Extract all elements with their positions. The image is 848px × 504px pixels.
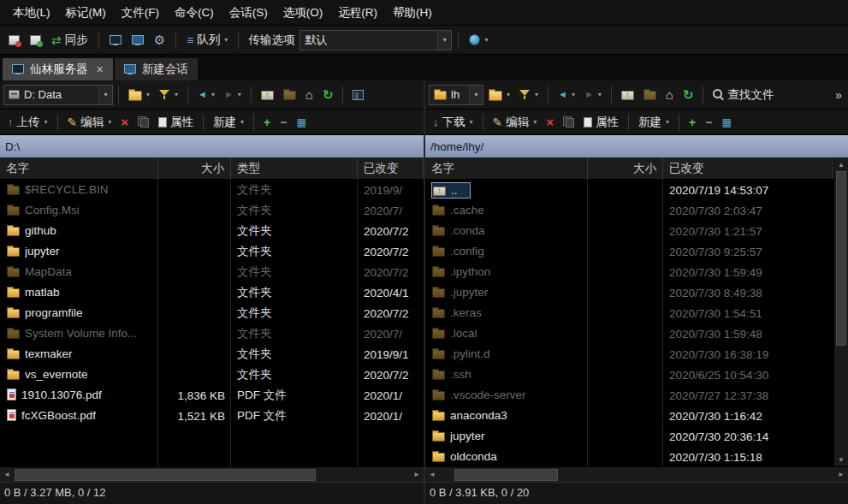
scroll-right-arrow[interactable]: ► (834, 467, 848, 483)
properties-button[interactable]: 属性 (579, 111, 623, 133)
duplicate-button[interactable] (133, 111, 153, 133)
file-row[interactable]: texmaker文件夹2019/9/1 (0, 344, 424, 365)
delete-button[interactable]: × (116, 111, 133, 133)
tab-new-session[interactable]: 新建会话 (115, 58, 198, 80)
file-row[interactable]: System Volume Info...文件夹2020/7/ (0, 323, 424, 344)
select-remove-button[interactable]: − (276, 111, 291, 133)
menu-file[interactable]: 文件(F) (114, 0, 167, 25)
transfer-preset-combobox[interactable]: 默认 ▾ (299, 30, 452, 50)
menu-help[interactable]: 帮助(H) (385, 0, 440, 25)
scroll-up-arrow[interactable]: ▲ (834, 157, 848, 171)
file-row[interactable]: .conda2020/7/30 1:21:57 (425, 221, 833, 241)
file-row[interactable]: 1910.13076.pdf1,836 KBPDF 文件2020/1/ (0, 385, 424, 406)
scrollbar-thumb[interactable] (836, 171, 846, 346)
parent-directory-button[interactable] (257, 84, 278, 106)
scrollbar-thumb[interactable] (454, 469, 557, 481)
scrollbar-track[interactable] (14, 467, 410, 483)
column-header-modified[interactable]: 已改变 (663, 157, 833, 179)
scrollbar-track[interactable] (439, 467, 834, 483)
transfer-settings-button[interactable]: ▾ (465, 29, 492, 51)
remote-horizontal-scrollbar[interactable]: ◄ ► (425, 466, 848, 482)
new-button[interactable]: 新建 ▾ (209, 111, 248, 133)
file-row[interactable]: .config2020/7/30 9:25:57 (425, 241, 833, 262)
root-directory-button[interactable] (279, 84, 300, 106)
queue-button[interactable]: ≡ 队列 ▾ (182, 29, 232, 51)
tab-session-xianlin[interactable]: 仙林服务器 × (3, 58, 113, 80)
forward-button[interactable]: ►▾ (220, 84, 246, 106)
find-files-button[interactable]: 查找文件 (709, 84, 778, 106)
file-row[interactable]: jupyter2020/7/30 20:36:14 (425, 426, 833, 447)
new-button[interactable]: 新建 ▾ (634, 111, 673, 133)
parent-directory-button[interactable] (617, 84, 638, 106)
file-row[interactable]: MapData文件夹2020/7/2 (0, 262, 424, 282)
preferences-button[interactable]: ⚙ (150, 29, 169, 51)
toolbar-overflow-icon[interactable]: » (835, 88, 845, 102)
scroll-left-arrow[interactable]: ◄ (425, 467, 439, 483)
terminal-button[interactable] (127, 29, 148, 51)
remote-vertical-scrollbar[interactable]: ▲ ▼ (833, 157, 848, 466)
file-row[interactable]: $RECYCLE.BIN文件夹2019/9/ (0, 180, 424, 200)
duplicate-button[interactable] (559, 111, 578, 133)
back-button[interactable]: ◄▾ (193, 84, 219, 106)
edit-button[interactable]: ✎ 编辑 ▾ (63, 111, 116, 133)
file-row[interactable]: .keras2020/7/30 1:54:51 (425, 303, 833, 323)
file-row[interactable]: matlab文件夹2020/4/1 (0, 282, 424, 303)
file-row[interactable]: .vscode-server2020/7/27 12:37:38 (425, 385, 833, 406)
select-add-button[interactable]: + (685, 111, 700, 133)
file-row[interactable]: .jupyter2020/7/30 8:49:38 (425, 282, 833, 303)
download-button[interactable]: ↓ 下载 ▾ (429, 111, 477, 133)
forward-button[interactable]: ►▾ (580, 84, 606, 106)
file-row[interactable]: Config.Msi文件夹2020/7/ (0, 200, 424, 221)
open-directory-button[interactable]: ▾ (124, 84, 154, 106)
file-row[interactable]: vs_evernote文件夹2020/7/2 (0, 365, 424, 385)
file-row[interactable]: .ssh2020/6/25 10:54:30 (425, 365, 833, 385)
refresh-button[interactable]: ↻ (318, 84, 338, 106)
menu-local[interactable]: 本地(L) (5, 0, 58, 25)
scroll-right-arrow[interactable]: ► (410, 467, 424, 483)
filter-button[interactable]: ▾ (155, 84, 182, 106)
file-row[interactable]: github文件夹2020/7/2 (0, 221, 424, 241)
file-row[interactable]: .local2020/7/30 1:59:48 (425, 323, 833, 344)
file-row[interactable]: oldconda2020/7/30 1:15:18 (425, 447, 833, 466)
local-horizontal-scrollbar[interactable]: ◄ ► (0, 466, 424, 482)
column-header-size[interactable]: 大小 (158, 157, 231, 179)
select-remove-button[interactable]: − (701, 111, 716, 133)
remote-drive-combobox[interactable]: lh ▾ (429, 85, 483, 105)
select-grid-button[interactable]: ▦ (717, 111, 735, 133)
local-path-bar[interactable]: D:\ (0, 135, 424, 157)
file-row[interactable]: jupyter文件夹2020/7/2 (0, 241, 424, 262)
remote-path-bar[interactable]: /home/lhy/ (425, 135, 848, 157)
menu-commands[interactable]: 命令(C) (167, 0, 222, 25)
file-row[interactable]: .pylint.d2020/7/30 16:38:19 (425, 344, 833, 365)
column-header-modified[interactable]: 已改变 (358, 157, 424, 179)
filter-button[interactable]: ▾ (515, 84, 543, 106)
column-header-type[interactable]: 类型 (231, 157, 358, 179)
file-row[interactable]: ..2020/7/19 14:53:07 (425, 180, 833, 200)
scrollbar-track[interactable] (834, 171, 848, 453)
column-header-name[interactable]: 名字 (425, 157, 588, 179)
scroll-left-arrow[interactable]: ◄ (0, 467, 14, 483)
select-add-button[interactable]: + (259, 111, 275, 133)
file-row[interactable]: .ipython2020/7/30 1:59:49 (425, 262, 833, 282)
new-session-button[interactable] (4, 29, 24, 51)
file-row[interactable]: programfile文件夹2020/7/2 (0, 303, 424, 323)
file-row[interactable]: anaconda32020/7/30 1:16:42 (425, 406, 833, 426)
home-directory-button[interactable]: ⌂ (661, 84, 678, 106)
file-row[interactable]: .cache2020/7/30 2:03:47 (425, 200, 833, 221)
select-grid-button[interactable]: ▦ (292, 111, 310, 133)
menu-remote[interactable]: 远程(R) (330, 0, 385, 25)
menu-options[interactable]: 选项(O) (276, 0, 331, 25)
column-header-name[interactable]: 名字 (0, 157, 158, 179)
sync-button[interactable]: ⇄ 同步 (47, 29, 92, 51)
column-header-size[interactable]: 大小 (588, 157, 663, 179)
open-session-button[interactable] (26, 29, 45, 51)
tab-close-icon[interactable]: × (97, 62, 104, 76)
open-directory-button[interactable]: ▾ (484, 84, 514, 106)
local-drive-combobox[interactable]: D: Data ▾ (3, 85, 113, 105)
edit-button[interactable]: ✎ 编辑 ▾ (489, 111, 542, 133)
properties-button[interactable]: 属性 (154, 111, 198, 133)
menu-session[interactable]: 会话(S) (222, 0, 276, 25)
file-row[interactable]: fcXGBoost.pdf1,521 KBPDF 文件2020/1/ (0, 406, 424, 426)
home-directory-button[interactable]: ⌂ (301, 84, 317, 106)
console-button[interactable] (105, 29, 126, 51)
